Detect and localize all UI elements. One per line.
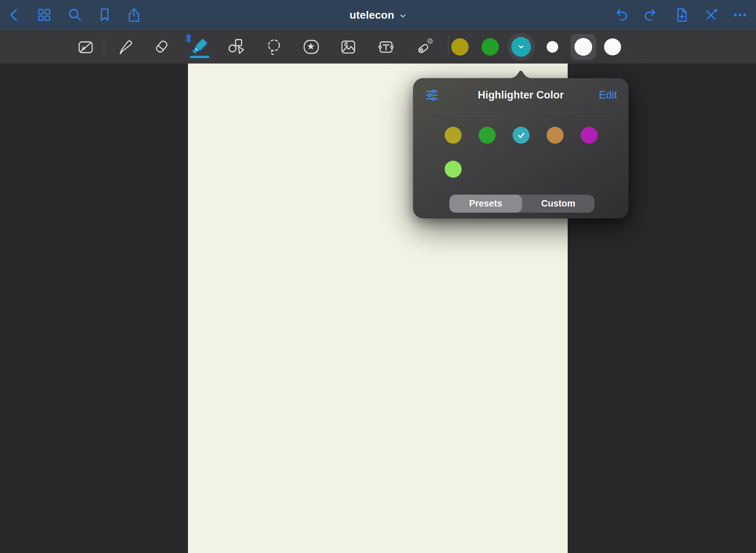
goodnotes-app: { "topbar": { "title": "utelecon", "left… bbox=[0, 0, 756, 553]
thickness-medium-button-selected[interactable] bbox=[570, 34, 596, 60]
preset-swatch-magenta[interactable] bbox=[581, 127, 598, 144]
tab-custom[interactable]: Custom bbox=[522, 195, 595, 213]
undo-icon[interactable] bbox=[614, 7, 629, 23]
back-icon[interactable] bbox=[6, 7, 22, 23]
sliders-icon[interactable] bbox=[425, 88, 440, 103]
edit-button[interactable]: Edit bbox=[599, 89, 617, 101]
text-tool-icon[interactable] bbox=[377, 38, 395, 56]
pen-tool-icon[interactable] bbox=[115, 38, 134, 56]
preset-swatch-teal-selected[interactable] bbox=[513, 127, 530, 144]
laser-pointer-tool-icon[interactable] bbox=[415, 38, 433, 56]
popover-header: Highlighter Color Edit bbox=[413, 78, 629, 112]
eraser-tool-icon[interactable] bbox=[152, 38, 171, 56]
redo-icon[interactable] bbox=[642, 7, 658, 23]
add-page-icon[interactable] bbox=[673, 7, 689, 23]
presets-custom-segmented-control: Presets Custom bbox=[449, 195, 595, 213]
toolbar-divider bbox=[104, 35, 104, 58]
thickness-small-button[interactable] bbox=[547, 41, 558, 53]
bookmark-icon[interactable] bbox=[97, 7, 113, 23]
more-icon[interactable] bbox=[732, 7, 748, 23]
image-tool-icon[interactable] bbox=[339, 38, 357, 56]
shapes-tool-icon[interactable] bbox=[227, 38, 245, 56]
search-icon[interactable] bbox=[67, 7, 83, 23]
document-title: utelecon bbox=[349, 9, 394, 21]
document-title-menu[interactable]: utelecon bbox=[349, 9, 407, 21]
color-slot-olive[interactable] bbox=[451, 38, 469, 56]
svg-text:a: a bbox=[82, 44, 85, 51]
color-slot-green[interactable] bbox=[482, 38, 499, 56]
tab-presets[interactable]: Presets bbox=[449, 195, 522, 213]
edit-mode-icon[interactable]: a bbox=[76, 38, 95, 56]
elements-tool-icon[interactable] bbox=[302, 38, 320, 56]
color-slot-teal-swatch bbox=[511, 37, 531, 57]
share-icon[interactable] bbox=[126, 7, 142, 23]
thickness-medium-dot bbox=[574, 38, 592, 56]
preset-swatch-green[interactable] bbox=[479, 127, 496, 144]
highlighter-selected-underline bbox=[190, 56, 209, 58]
preset-swatch-light-green[interactable] bbox=[445, 161, 462, 178]
tool-bar: a bbox=[0, 30, 756, 64]
lasso-tool-icon[interactable] bbox=[265, 38, 283, 56]
preset-swatch-olive[interactable] bbox=[445, 127, 462, 144]
popover-arrow bbox=[508, 70, 534, 78]
top-navigation-bar: utelecon bbox=[0, 0, 756, 30]
popover-header-divider bbox=[413, 112, 629, 112]
chevron-down-icon bbox=[517, 42, 526, 51]
pen-disable-icon[interactable] bbox=[703, 7, 719, 23]
popover-title: Highlighter Color bbox=[478, 89, 564, 101]
highlighter-color-popover: Highlighter Color Edit Presets Custom bbox=[413, 78, 629, 218]
thickness-large-button[interactable] bbox=[604, 38, 621, 55]
toolbar-divider bbox=[448, 35, 449, 58]
page-thumbnails-icon[interactable] bbox=[36, 7, 52, 23]
check-icon bbox=[516, 130, 526, 140]
preset-swatch-orange[interactable] bbox=[547, 127, 564, 144]
chevron-down-icon bbox=[399, 12, 407, 20]
bluetooth-icon bbox=[184, 33, 193, 43]
color-slot-teal-selected[interactable] bbox=[508, 33, 535, 60]
